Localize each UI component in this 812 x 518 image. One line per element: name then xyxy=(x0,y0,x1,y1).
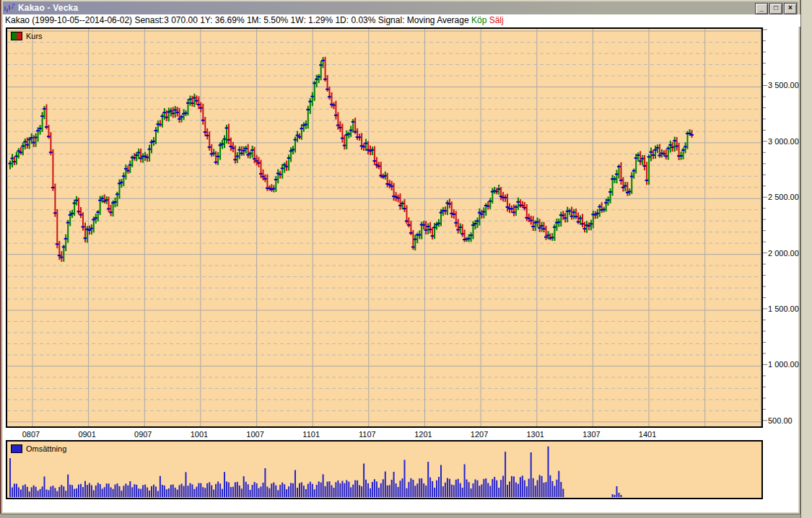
volume-legend: Omsättning xyxy=(11,444,66,453)
maximize-button[interactable]: □ xyxy=(769,3,782,14)
close-icon: × xyxy=(788,4,793,12)
window-controls: _ □ × xyxy=(755,3,797,14)
info-bar: Kakao (1999-10-05--2014-06-02) Senast:3 … xyxy=(3,14,800,27)
x-tick-label: 1201 xyxy=(407,430,439,439)
y-tick-label: 1 000.00 xyxy=(768,360,799,369)
window-title: Kakao - Vecka xyxy=(18,3,78,13)
x-tick-label: 1007 xyxy=(240,430,271,439)
title-bar[interactable]: Kakao - Vecka _ □ × xyxy=(3,1,798,14)
down-color-swatch xyxy=(17,32,22,40)
up-color-swatch xyxy=(12,32,17,40)
app-icon xyxy=(4,4,16,13)
y-axis-ticks xyxy=(763,27,768,425)
y-tick-label: 1 500.00 xyxy=(768,304,799,313)
volume-legend-label: Omsättning xyxy=(26,444,66,453)
y-tick-label: 500.00 xyxy=(768,416,793,425)
x-tick-label: 0901 xyxy=(71,430,103,439)
x-tick-label: 1301 xyxy=(520,430,551,439)
price-legend-label: Kurs xyxy=(26,32,43,40)
screen: { "window": { "title": "Kakao - Vecka", … xyxy=(0,0,812,518)
minimize-button[interactable]: _ xyxy=(755,3,768,14)
price-legend-icon xyxy=(11,32,22,40)
y-tick-label: 2 500.00 xyxy=(768,193,799,201)
y-tick-label: 2 000.00 xyxy=(768,249,799,258)
x-tick-label: 1001 xyxy=(183,430,215,439)
price-chart-panel: Kurs xyxy=(6,27,763,428)
info-summary: Kakao (1999-10-05--2014-06-02) Senast:3 … xyxy=(5,15,469,25)
x-tick-label: 1401 xyxy=(632,430,663,439)
y-tick-label: 3 000.00 xyxy=(768,137,799,146)
minimize-icon: _ xyxy=(759,4,764,12)
volume-canvas[interactable] xyxy=(7,442,761,498)
sell-signal-label[interactable]: Sälj xyxy=(489,15,504,25)
buy-signal-label[interactable]: Köp xyxy=(471,15,486,25)
x-tick-label: 0807 xyxy=(15,430,47,439)
x-axis-labels: 0807090109071001100711011107120112071301… xyxy=(6,430,760,440)
maximize-icon: □ xyxy=(774,4,778,12)
app-frame-right-edge xyxy=(800,0,812,518)
x-tick-label: 0907 xyxy=(127,430,159,439)
close-button[interactable]: × xyxy=(784,3,797,14)
volume-panel: Omsättning xyxy=(6,440,763,499)
y-tick-label: 3 500.00 xyxy=(768,81,799,89)
volume-legend-icon xyxy=(11,444,22,453)
x-tick-label: 1207 xyxy=(463,430,495,439)
price-legend: Kurs xyxy=(11,32,43,40)
x-tick-label: 1307 xyxy=(575,430,607,439)
x-tick-label: 1107 xyxy=(352,430,383,439)
chart-window: Kakao - Vecka _ □ × Kakao (1999-10-05--2… xyxy=(1,0,800,514)
volume-color-swatch xyxy=(12,445,22,452)
price-chart-canvas[interactable] xyxy=(7,29,761,426)
x-tick-label: 1101 xyxy=(295,430,327,439)
